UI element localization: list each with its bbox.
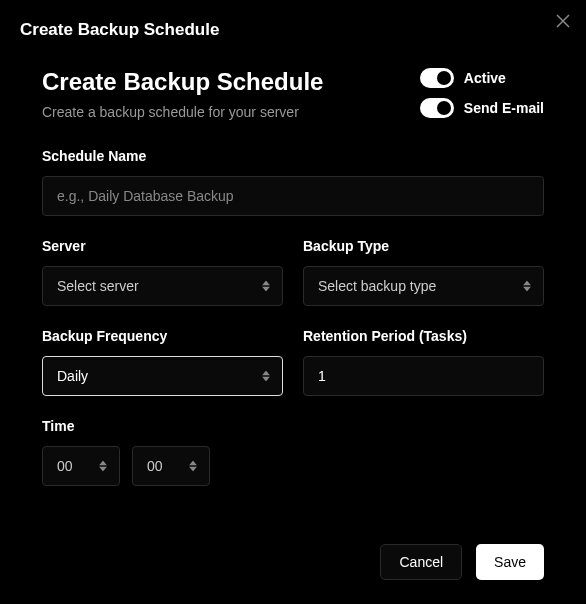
schedule-name-label: Schedule Name bbox=[42, 148, 544, 164]
close-icon bbox=[556, 14, 570, 28]
active-toggle-label: Active bbox=[464, 70, 506, 86]
backup-type-select[interactable]: Select backup type bbox=[303, 266, 544, 306]
schedule-name-input[interactable] bbox=[42, 176, 544, 216]
send-email-toggle[interactable] bbox=[420, 98, 454, 118]
cancel-button[interactable]: Cancel bbox=[380, 544, 462, 580]
backup-type-select-value: Select backup type bbox=[318, 278, 436, 294]
frequency-label: Backup Frequency bbox=[42, 328, 283, 344]
active-toggle[interactable] bbox=[420, 68, 454, 88]
time-minute-select[interactable]: 00 bbox=[132, 446, 210, 486]
server-select-value: Select server bbox=[57, 278, 139, 294]
retention-label: Retention Period (Tasks) bbox=[303, 328, 544, 344]
time-hour-value: 00 bbox=[57, 458, 73, 474]
backup-type-label: Backup Type bbox=[303, 238, 544, 254]
time-hour-select[interactable]: 00 bbox=[42, 446, 120, 486]
save-button[interactable]: Save bbox=[476, 544, 544, 580]
time-minute-value: 00 bbox=[147, 458, 163, 474]
chevron-up-down-icon bbox=[99, 461, 107, 472]
server-label: Server bbox=[42, 238, 283, 254]
chevron-up-down-icon bbox=[523, 281, 531, 292]
frequency-select[interactable]: Daily bbox=[42, 356, 283, 396]
chevron-up-down-icon bbox=[262, 371, 270, 382]
time-label: Time bbox=[42, 418, 544, 434]
create-backup-dialog: Create Backup Schedule Create Backup Sch… bbox=[0, 0, 586, 604]
page-title: Create Backup Schedule bbox=[42, 68, 420, 96]
frequency-select-value: Daily bbox=[57, 368, 88, 384]
chevron-up-down-icon bbox=[189, 461, 197, 472]
send-email-toggle-label: Send E-mail bbox=[464, 100, 544, 116]
chevron-up-down-icon bbox=[262, 281, 270, 292]
retention-input[interactable] bbox=[303, 356, 544, 396]
close-button[interactable] bbox=[554, 12, 572, 30]
page-subtitle: Create a backup schedule for your server bbox=[42, 104, 420, 120]
dialog-title: Create Backup Schedule bbox=[20, 20, 566, 40]
server-select[interactable]: Select server bbox=[42, 266, 283, 306]
